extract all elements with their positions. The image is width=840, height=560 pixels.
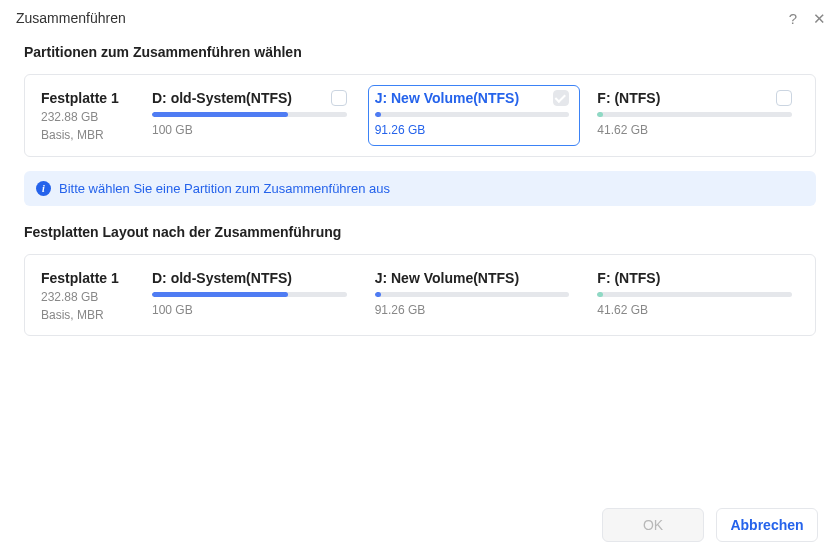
partition-checkbox[interactable] — [776, 90, 792, 106]
disk-scheme: Basis, MBR — [41, 307, 129, 323]
merge-dialog: Zusammenführen ? ✕ Partitionen zum Zusam… — [0, 0, 840, 560]
partition-label: F: (NTFS) — [597, 90, 660, 106]
info-banner: i Bitte wählen Sie eine Partition zum Zu… — [24, 171, 816, 206]
usage-bar — [152, 292, 347, 297]
partition-checkbox[interactable] — [331, 90, 347, 106]
disk-name: Festplatte 1 — [41, 89, 129, 107]
partition-list: D: old-System(NTFS) 100 GB J: New Volume… — [145, 85, 815, 146]
select-heading: Partitionen zum Zusammenführen wählen — [24, 44, 816, 60]
result-partition-d: D: old-System(NTFS) 100 GB — [145, 265, 358, 326]
disk-info: Festplatte 1 232.88 GB Basis, MBR — [25, 85, 145, 146]
help-icon[interactable]: ? — [789, 11, 797, 26]
info-icon: i — [36, 181, 51, 196]
partition-j[interactable]: J: New Volume(NTFS) 91.26 GB — [368, 85, 581, 146]
titlebar: Zusammenführen ? ✕ — [0, 0, 840, 36]
dialog-title: Zusammenführen — [16, 10, 126, 26]
partition-f[interactable]: F: (NTFS) 41.62 GB — [590, 85, 803, 146]
result-panel: Festplatte 1 232.88 GB Basis, MBR D: old… — [24, 254, 816, 337]
partition-label: D: old-System(NTFS) — [152, 270, 292, 286]
cancel-button[interactable]: Abbrechen — [716, 508, 818, 542]
partition-label: F: (NTFS) — [597, 270, 660, 286]
ok-button[interactable]: OK — [602, 508, 704, 542]
disk-size: 232.88 GB — [41, 289, 129, 305]
partition-label: J: New Volume(NTFS) — [375, 90, 519, 106]
partition-size: 100 GB — [152, 303, 347, 317]
usage-bar — [597, 292, 792, 297]
info-text: Bitte wählen Sie eine Partition zum Zusa… — [59, 181, 390, 196]
result-partition-j: J: New Volume(NTFS) 91.26 GB — [368, 265, 581, 326]
partition-checkbox[interactable] — [553, 90, 569, 106]
partition-d[interactable]: D: old-System(NTFS) 100 GB — [145, 85, 358, 146]
select-panel: Festplatte 1 232.88 GB Basis, MBR D: old… — [24, 74, 816, 157]
usage-bar — [597, 112, 792, 117]
partition-size: 41.62 GB — [597, 123, 792, 137]
close-icon[interactable]: ✕ — [813, 11, 826, 26]
disk-size: 232.88 GB — [41, 109, 129, 125]
result-partition-list: D: old-System(NTFS) 100 GB J: New Volume… — [145, 265, 815, 326]
usage-bar — [375, 292, 570, 297]
disk-info: Festplatte 1 232.88 GB Basis, MBR — [25, 265, 145, 326]
result-heading: Festplatten Layout nach der Zusammenführ… — [24, 224, 816, 240]
partition-size: 91.26 GB — [375, 303, 570, 317]
result-partition-f: F: (NTFS) 41.62 GB — [590, 265, 803, 326]
usage-bar — [152, 112, 347, 117]
partition-label: D: old-System(NTFS) — [152, 90, 292, 106]
partition-size: 91.26 GB — [375, 123, 570, 137]
disk-name: Festplatte 1 — [41, 269, 129, 287]
partition-label: J: New Volume(NTFS) — [375, 270, 519, 286]
disk-scheme: Basis, MBR — [41, 127, 129, 143]
partition-size: 41.62 GB — [597, 303, 792, 317]
dialog-footer: OK Abbrechen — [0, 494, 840, 560]
partition-size: 100 GB — [152, 123, 347, 137]
usage-bar — [375, 112, 570, 117]
